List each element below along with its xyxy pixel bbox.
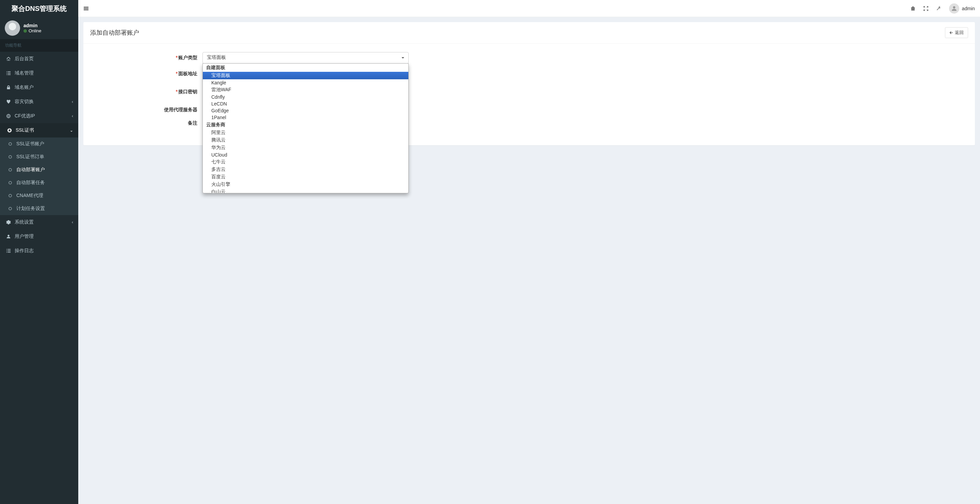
- circle-icon: [7, 168, 14, 172]
- globe-icon: [5, 114, 12, 118]
- chevron-left-icon: ‹: [72, 114, 73, 118]
- home-icon[interactable]: [910, 5, 916, 11]
- top-user[interactable]: admin: [949, 3, 975, 14]
- account-type-dropdown: 自建面板 宝塔面板 Kangle 雷池WAF Cdnfly LeCDN GoEd…: [202, 63, 409, 193]
- user-avatar[interactable]: [5, 21, 20, 36]
- option-tencent[interactable]: 腾讯云: [203, 137, 408, 144]
- optgroup-cloud: 云服务商: [203, 121, 408, 129]
- sidebar-item-ssl-order[interactable]: SSL证书订单: [0, 150, 78, 163]
- option-qiniu[interactable]: 七牛云: [203, 158, 408, 166]
- sidebar-item-home[interactable]: 后台首页: [0, 52, 78, 66]
- panel: 添加自动部署账户 返回 *账户类型 宝塔面板 自建面板 宝塔面板 Kangle: [83, 22, 975, 145]
- sidebar-item-deploy-task[interactable]: 自动部署任务: [0, 176, 78, 189]
- user-status: Online: [24, 28, 41, 33]
- sidebar-item-cname-proxy[interactable]: CNAME代理: [0, 189, 78, 202]
- option-volcano[interactable]: 火山引擎: [203, 181, 408, 188]
- user-avatar-icon: [949, 3, 959, 14]
- sidebar-toggle-button[interactable]: [83, 5, 89, 11]
- sidebar-item-disaster[interactable]: 容灾切换 ‹: [0, 95, 78, 109]
- optgroup-self-built: 自建面板: [203, 64, 408, 72]
- circle-icon: [7, 155, 14, 159]
- option-baishan[interactable]: 白山云: [203, 188, 408, 193]
- option-safeline-waf[interactable]: 雷池WAF: [203, 86, 408, 94]
- option-ucloud[interactable]: UCloud: [203, 151, 408, 158]
- circle-icon: [7, 181, 14, 184]
- circle-icon: [7, 207, 14, 210]
- user-panel: admin Online: [0, 17, 78, 39]
- option-1panel[interactable]: 1Panel: [203, 114, 408, 121]
- nav-label: 域名账户: [14, 84, 34, 91]
- sidebar-item-op-log[interactable]: 操作日志: [0, 244, 78, 258]
- label-account-type: *账户类型: [90, 55, 202, 61]
- option-huawei[interactable]: 华为云: [203, 144, 408, 151]
- panel-header: 添加自动部署账户 返回: [83, 22, 975, 44]
- sidebar-item-domain-mgmt[interactable]: 域名管理: [0, 66, 78, 80]
- list-icon: [5, 248, 12, 253]
- back-button[interactable]: 返回: [945, 27, 968, 38]
- nav-label: 容灾切换: [14, 99, 34, 105]
- wrench-icon[interactable]: [936, 5, 942, 11]
- back-icon: [950, 31, 953, 35]
- nav-label: CNAME代理: [16, 192, 43, 199]
- label-remark: 备注: [90, 120, 202, 126]
- user-name: admin: [24, 23, 41, 28]
- nav-label: 后台首页: [14, 56, 34, 62]
- dropdown-list[interactable]: 自建面板 宝塔面板 Kangle 雷池WAF Cdnfly LeCDN GoEd…: [203, 64, 408, 193]
- back-label: 返回: [955, 30, 964, 36]
- label-proxy: 使用代理服务器: [90, 107, 202, 113]
- label-panel-addr: *面板地址: [90, 71, 202, 77]
- nav-label: SSL证书账户: [16, 141, 44, 147]
- option-goedge[interactable]: GoEdge: [203, 107, 408, 114]
- lock-icon: [5, 85, 12, 90]
- sidebar: 聚合DNS管理系统 admin Online 功能导航 后台首页 域名管理 域名…: [0, 0, 78, 504]
- list-icon: [5, 71, 12, 76]
- form-group-account-type: *账户类型 宝塔面板 自建面板 宝塔面板 Kangle 雷池WAF Cdnfly…: [90, 52, 968, 64]
- sidebar-item-user-mgmt[interactable]: 用户管理: [0, 229, 78, 244]
- nav-label: 计划任务设置: [16, 205, 45, 211]
- heartbeat-icon: [5, 99, 12, 104]
- main-content: 添加自动部署账户 返回 *账户类型 宝塔面板 自建面板 宝塔面板 Kangle: [78, 0, 980, 150]
- option-baota[interactable]: 宝塔面板: [203, 72, 408, 79]
- nav-label: SSL证书: [16, 127, 34, 134]
- fullscreen-icon[interactable]: [923, 5, 929, 11]
- option-baidu[interactable]: 百度云: [203, 173, 408, 181]
- account-type-select[interactable]: 宝塔面板: [202, 52, 409, 64]
- option-doge[interactable]: 多吉云: [203, 166, 408, 173]
- brand-logo[interactable]: 聚合DNS管理系统: [0, 0, 78, 17]
- option-kangle[interactable]: Kangle: [203, 79, 408, 86]
- gear-icon: [5, 220, 12, 224]
- user-status-text: Online: [29, 28, 41, 33]
- nav-header: 功能导航: [0, 39, 78, 52]
- nav-label: 自动部署账户: [16, 167, 45, 173]
- sidebar-item-system[interactable]: 系统设置 ‹: [0, 215, 78, 229]
- option-aliyun[interactable]: 阿里云: [203, 129, 408, 137]
- top-navbar: admin: [78, 0, 980, 17]
- chevron-left-icon: ‹: [72, 220, 73, 224]
- chevron-left-icon: ‹: [72, 99, 73, 104]
- option-cdnfly[interactable]: Cdnfly: [203, 94, 408, 100]
- user-icon: [5, 234, 12, 239]
- shield-lock-icon: [6, 128, 13, 133]
- nav-label: SSL证书订单: [16, 154, 44, 160]
- nav-label: 域名管理: [14, 70, 34, 76]
- panel-title: 添加自动部署账户: [90, 29, 139, 37]
- sidebar-item-domain-account[interactable]: 域名账户: [0, 80, 78, 95]
- nav-label: CF优选IP: [14, 113, 35, 119]
- circle-icon: [7, 194, 14, 197]
- top-user-name: admin: [962, 6, 975, 11]
- circle-icon: [7, 142, 14, 146]
- sidebar-item-ssl[interactable]: SSL证书 ⌄: [0, 123, 78, 137]
- panel-body: *账户类型 宝塔面板 自建面板 宝塔面板 Kangle 雷池WAF Cdnfly…: [83, 44, 975, 145]
- sidebar-item-cf-ip[interactable]: CF优选IP ‹: [0, 109, 78, 123]
- sidebar-item-cron[interactable]: 计划任务设置: [0, 202, 78, 215]
- nav-label: 系统设置: [14, 219, 34, 225]
- option-lecdn[interactable]: LeCDN: [203, 100, 408, 107]
- label-api-key: *接口密钥: [90, 89, 202, 95]
- home-icon: [5, 57, 12, 61]
- sidebar-item-deploy-account[interactable]: 自动部署账户: [0, 163, 78, 176]
- nav-label: 用户管理: [14, 234, 34, 240]
- ssl-submenu: SSL证书账户 SSL证书订单 自动部署账户 自动部署任务 CNAME代理 计划…: [0, 137, 78, 215]
- sidebar-item-ssl-account[interactable]: SSL证书账户: [0, 137, 78, 150]
- nav-label: 自动部署任务: [16, 180, 45, 186]
- nav-label: 操作日志: [14, 248, 34, 254]
